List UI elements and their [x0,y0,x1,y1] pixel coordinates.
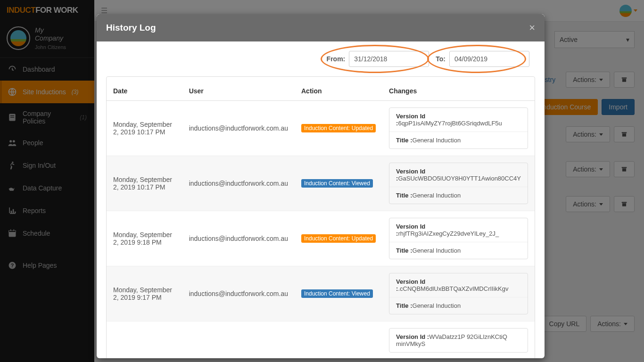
from-label: From: [327,55,346,63]
table-row: Monday, September 2, 2019 10:17 PMinduct… [107,156,535,211]
cell-date [107,321,182,359]
changes-box: Version Id :WVaDatzz1P 92GiLlznKCtiQ min… [389,328,528,353]
table-row: Monday, September 2, 2019 9:18 PMinducti… [107,211,535,266]
date-filter: From: To: [106,51,535,67]
title-line: Title :General Induction [389,187,528,204]
title-line: Title :General Induction [389,297,528,314]
date-from-input[interactable] [349,51,429,67]
version-id-line: Version Id :GaSUcWBDO5lUOY8H0YTT1Awion80… [389,163,528,187]
action-badge: Induction Content: Viewed [301,179,373,188]
history-log-table: Date User Action Changes Monday, Septemb… [107,82,535,358]
cell-user [182,321,295,359]
cell-action: Induction Content: Viewed [295,156,382,211]
cell-user: inductions@inductforwork.com.au [182,101,295,156]
close-icon[interactable]: × [529,22,535,34]
cell-user: inductions@inductforwork.com.au [182,156,295,211]
version-id-line: Version Id :rhjfTRg3iAIZxegCyZ29dveYlLey… [389,218,528,242]
date-to-input[interactable] [449,51,529,67]
cell-changes: Version Id :GaSUcWBDO5lUOY8H0YTT1Awion80… [382,156,535,211]
modal-title: History Log [106,23,156,33]
changes-box: Version Id :.cCNQBM6dlUxBBTQaXZvIMDCrIIi… [389,273,528,314]
date-from-group: From: [327,51,429,67]
cell-action: Induction Content: Viewed [295,266,382,321]
date-to-group: To: [436,51,529,67]
version-id-line: Version Id :.cCNQBM6dlUxBBTQaXZvIMDCrIIi… [389,273,528,297]
cell-action [295,321,382,359]
changes-box: Version Id :rhjfTRg3iAIZxegCyZ29dveYlLey… [389,218,528,259]
cell-date: Monday, September 2, 2019 9:18 PM [107,211,182,266]
cell-action: Induction Content: Updated [295,211,382,266]
cell-changes: Version Id :.cCNQBM6dlUxBBTQaXZvIMDCrIIi… [382,266,535,321]
cell-date: Monday, September 2, 2019 9:17 PM [107,266,182,321]
history-log-modal: History Log × From: To: Date User [97,14,545,358]
table-row: Version Id :WVaDatzz1P 92GiLlznKCtiQ min… [107,321,535,359]
cell-changes: Version Id :rhjfTRg3iAIZxegCyZ29dveYlLey… [382,211,535,266]
cell-date: Monday, September 2, 2019 10:17 PM [107,101,182,156]
title-line: Title :General Induction [389,132,528,148]
column-user: User [182,82,295,101]
cell-changes: Version Id :6qpP1isAlMyZY7rojBt6GSriqdwd… [382,101,535,156]
changes-box: Version Id :6qpP1isAlMyZY7rojBt6GSriqdwd… [389,107,528,149]
cell-user: inductions@inductforwork.com.au [182,266,295,321]
cell-action: Induction Content: Updated [295,101,382,156]
action-badge: Induction Content: Updated [301,234,376,243]
modal-header: History Log × [97,14,545,41]
to-label: To: [436,55,446,63]
title-line: Title :General Induction [389,242,528,259]
column-changes: Changes [382,82,535,101]
changes-box: Version Id :GaSUcWBDO5lUOY8H0YTT1Awion80… [389,163,528,204]
cell-user: inductions@inductforwork.com.au [182,211,295,266]
version-id-line: Version Id :WVaDatzz1P 92GiLlznKCtiQ min… [389,329,528,352]
table-row: Monday, September 2, 2019 9:17 PMinducti… [107,266,535,321]
column-action: Action [295,82,382,101]
table-row: Monday, September 2, 2019 10:17 PMinduct… [107,101,535,156]
cell-date: Monday, September 2, 2019 10:17 PM [107,156,182,211]
column-date: Date [107,82,182,101]
history-log-table-container[interactable]: Date User Action Changes Monday, Septemb… [106,76,535,358]
version-id-line: Version Id :6qpP1isAlMyZY7rojBt6GSriqdwd… [389,108,528,132]
modal-body: From: To: Date User Action Changes [97,41,545,358]
cell-changes: Version Id :WVaDatzz1P 92GiLlznKCtiQ min… [382,321,535,359]
action-badge: Induction Content: Updated [301,124,376,132]
action-badge: Induction Content: Viewed [301,289,373,298]
